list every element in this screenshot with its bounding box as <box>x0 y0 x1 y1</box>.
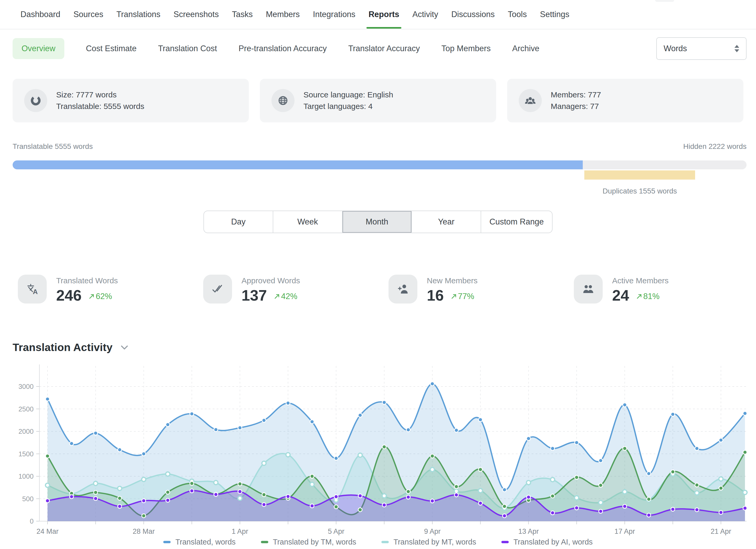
active-members-stat: Active Members 24 81% <box>574 275 756 304</box>
duplicates-label: Duplicates 1555 words <box>603 187 677 195</box>
stat-label: New Members <box>427 276 477 285</box>
stat-label: Translated Words <box>56 276 118 285</box>
size-line: Size: 7777 words <box>56 89 144 101</box>
translate-icon: A <box>18 275 47 304</box>
new-members-stat: New Members 16 77% <box>389 275 574 304</box>
reports-overview-page: Dashboard Sources Translations Screensho… <box>0 0 756 549</box>
nav-item-screenshots[interactable]: Screenshots <box>173 1 219 28</box>
legend-marker-ai <box>501 541 509 543</box>
duplicates-bar <box>584 170 695 180</box>
translation-activity-chart: 05001000150020002500300024 Mar28 Mar1 Ap… <box>0 362 756 536</box>
nav-item-integrations[interactable]: Integrations <box>312 1 356 28</box>
nav-item-tasks[interactable]: Tasks <box>231 1 253 28</box>
date-range-tabs: Day Week Month Year Custom Range <box>203 211 553 233</box>
range-tab-day[interactable]: Day <box>204 211 273 233</box>
svg-text:1000: 1000 <box>18 472 34 480</box>
project-navigation: Dashboard Sources Translations Screensho… <box>0 0 756 29</box>
stat-value: 246 <box>56 288 82 303</box>
svg-text:28 Mar: 28 Mar <box>133 527 155 535</box>
tab-pre-translation-accuracy[interactable]: Pre-translation Accuracy <box>239 44 327 53</box>
stat-trend: 62% <box>88 292 112 301</box>
stat-label: Approved Words <box>241 276 300 285</box>
legend-translated-by-tm[interactable]: Translated by TM, words <box>261 538 356 546</box>
range-tab-year[interactable]: Year <box>411 211 481 233</box>
range-tab-month[interactable]: Month <box>342 211 411 233</box>
members-line: Members: 777 <box>551 89 601 101</box>
legend-translated[interactable]: Translated, words <box>163 538 235 546</box>
svg-text:0: 0 <box>30 517 34 525</box>
unit-select-value: Words <box>664 44 687 53</box>
globe-icon <box>271 89 295 112</box>
svg-text:17 Apr: 17 Apr <box>615 527 635 535</box>
members-card: Members: 777 Managers: 77 <box>507 79 743 122</box>
unit-select[interactable]: Words <box>656 37 747 60</box>
svg-text:21 Apr: 21 Apr <box>711 527 731 535</box>
nav-item-tools[interactable]: Tools <box>507 1 527 28</box>
person-plus-icon <box>389 275 417 304</box>
legend-translated-by-ai[interactable]: Translated by AI, words <box>501 538 593 546</box>
nav-item-translations[interactable]: Translations <box>116 1 161 28</box>
stat-label: Active Members <box>612 276 669 285</box>
nav-item-discussions[interactable]: Discussions <box>451 1 495 28</box>
range-tab-custom-range[interactable]: Custom Range <box>481 211 552 233</box>
stat-value: 137 <box>241 288 267 303</box>
svg-text:24 Mar: 24 Mar <box>36 527 59 535</box>
tab-archive[interactable]: Archive <box>512 44 539 53</box>
stat-trend: 81% <box>636 292 660 301</box>
tab-cost-estimate[interactable]: Cost Estimate <box>86 44 137 53</box>
trend-up-icon <box>88 293 95 300</box>
activity-area-chart: 05001000150020002500300024 Mar28 Mar1 Ap… <box>0 362 756 536</box>
translation-activity-header: Translation Activity <box>13 341 128 354</box>
range-tab-week[interactable]: Week <box>273 211 342 233</box>
translatable-label: Translatable 5555 words <box>13 142 93 151</box>
section-title: Translation Activity <box>13 341 113 354</box>
progress-ring-icon <box>24 89 47 112</box>
trend-up-icon <box>274 293 280 300</box>
svg-text:2500: 2500 <box>18 405 34 413</box>
nav-item-settings[interactable]: Settings <box>539 1 570 28</box>
people-icon <box>574 275 603 304</box>
legend-marker-mt <box>381 541 389 543</box>
svg-text:3000: 3000 <box>18 383 34 390</box>
double-check-icon <box>203 275 232 304</box>
target-languages-line: Target languages: 4 <box>303 101 393 112</box>
translatable-fill <box>13 160 583 169</box>
tab-translator-accuracy[interactable]: Translator Accuracy <box>348 44 420 53</box>
svg-text:2000: 2000 <box>18 427 34 435</box>
project-summary-cards: Size: 7777 words Translatable: 5555 word… <box>13 79 743 122</box>
svg-text:500: 500 <box>22 495 34 503</box>
tab-translation-cost[interactable]: Translation Cost <box>158 44 217 53</box>
chevron-down-icon[interactable] <box>120 345 128 350</box>
legend-marker-translated <box>163 541 171 543</box>
legend-translated-by-mt[interactable]: Translated by MT, words <box>381 538 476 546</box>
chart-legend: Translated, words Translated by TM, word… <box>0 538 756 546</box>
capacity-bar-labels: Translatable 5555 words Hidden 2222 word… <box>13 142 747 151</box>
trend-up-icon <box>451 293 457 300</box>
approved-words-stat: Approved Words 137 42% <box>203 275 389 304</box>
tab-top-members[interactable]: Top Members <box>441 44 491 53</box>
report-tabs: Overview Cost Estimate Translation Cost … <box>13 37 747 60</box>
nav-item-sources[interactable]: Sources <box>73 1 104 28</box>
svg-text:1 Apr: 1 Apr <box>232 527 248 535</box>
stat-value: 16 <box>427 288 444 303</box>
source-language-line: Source language: English <box>303 89 393 101</box>
svg-text:A: A <box>33 288 38 295</box>
select-arrows-icon <box>734 45 739 52</box>
capacity-bar <box>13 160 747 169</box>
translatable-line: Translatable: 5555 words <box>56 101 144 112</box>
nav-item-members[interactable]: Members <box>265 1 300 28</box>
managers-line: Managers: 77 <box>551 101 601 112</box>
svg-text:9 Apr: 9 Apr <box>424 527 440 535</box>
stat-trend: 77% <box>451 292 474 301</box>
members-group-icon <box>519 89 542 112</box>
svg-text:13 Apr: 13 Apr <box>518 527 539 535</box>
translated-words-stat: A Translated Words 246 62% <box>18 275 203 304</box>
nav-item-reports[interactable]: Reports <box>368 1 400 28</box>
stat-trend: 42% <box>274 292 297 301</box>
languages-card: Source language: English Target language… <box>260 79 496 122</box>
kpi-stats: A Translated Words 246 62% <box>18 275 756 304</box>
nav-item-dashboard[interactable]: Dashboard <box>20 1 61 28</box>
size-card: Size: 7777 words Translatable: 5555 word… <box>13 79 249 122</box>
tab-overview[interactable]: Overview <box>13 38 64 59</box>
nav-item-activity[interactable]: Activity <box>412 1 439 28</box>
